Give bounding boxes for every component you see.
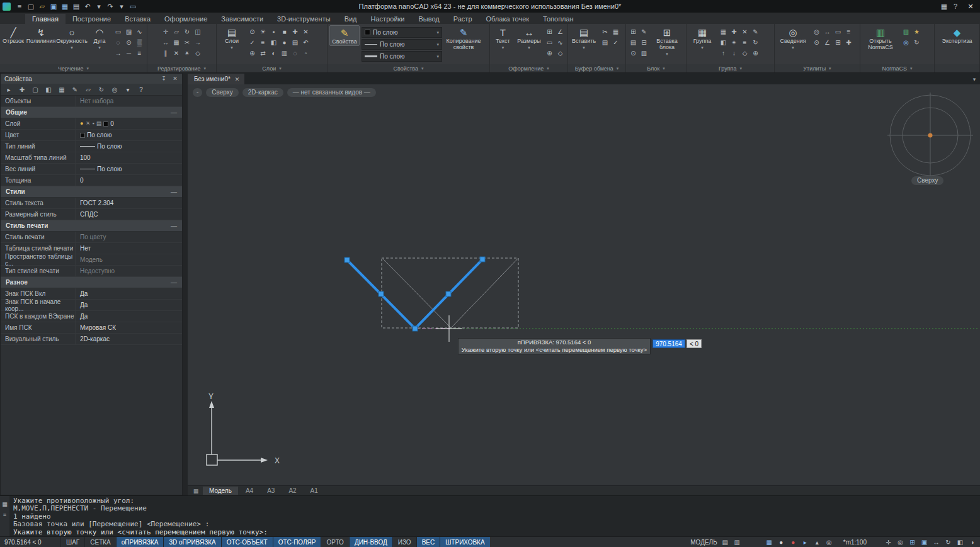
layer-sun-icon[interactable]: ☀: [85, 121, 90, 127]
open-normacs-button[interactable]: ▥ Открыть NormaCS: [862, 25, 899, 51]
viewport-decor-icon[interactable]: ◇: [555, 48, 566, 59]
select-new-icon[interactable]: ▸: [3, 84, 15, 94]
edit-block-icon[interactable]: ✎: [639, 26, 649, 37]
info-button[interactable]: ◎ Сведения ▾: [777, 25, 809, 50]
layer-filter-icon[interactable]: ▫: [300, 48, 311, 59]
copy-clip-icon[interactable]: ▦: [610, 26, 621, 37]
status-toggle-ortho[interactable]: ОРТО: [321, 537, 348, 547]
layer-freeze-icon[interactable]: ☀: [258, 26, 268, 37]
command-input-icon[interactable]: ▦: [1, 500, 9, 508]
erase-icon[interactable]: ✕: [171, 48, 182, 59]
rotate-icon[interactable]: ↻: [182, 26, 193, 37]
recording-icon[interactable]: ●: [788, 538, 799, 547]
group-label-group[interactable]: Группа▾: [687, 64, 774, 72]
explode-icon[interactable]: ✴: [182, 48, 193, 59]
layer-delete-icon[interactable]: ✕: [300, 26, 311, 37]
edit-group-icon[interactable]: ✎: [750, 26, 761, 37]
region-icon[interactable]: ▒: [134, 37, 145, 48]
property-value[interactable]: Нет набора: [76, 96, 182, 106]
expertise-button[interactable]: ◆ Экспертиза: [937, 25, 977, 45]
quick-calc-icon[interactable]: ✚: [843, 37, 854, 48]
ribbon-tab-12[interactable]: Топоплан: [536, 14, 581, 24]
color-combo[interactable]: По слою ▾: [362, 27, 442, 38]
area-icon[interactable]: ▭: [833, 26, 843, 37]
measure-icon[interactable]: ◎: [811, 26, 822, 37]
layout-tab-5[interactable]: А1: [304, 487, 324, 495]
create-group-icon[interactable]: ▦: [718, 26, 729, 37]
status-toggle-osnap[interactable]: оПРИВЯЗКА: [116, 537, 164, 547]
trim-icon[interactable]: ✂: [182, 37, 193, 48]
pan-icon[interactable]: ✛: [883, 538, 894, 547]
edit-props-icon[interactable]: ✎: [69, 84, 81, 94]
select-box-icon[interactable]: ▢: [29, 84, 42, 94]
layout-tab-3[interactable]: А3: [261, 487, 281, 495]
dialog-launcher-icon[interactable]: ▾: [279, 66, 282, 71]
space-indicator[interactable]: МОДЕЛЬ: [688, 537, 719, 547]
status-settings-icon[interactable]: ◑: [967, 538, 977, 547]
property-value[interactable]: 100: [76, 152, 182, 163]
normacs-favorites-icon[interactable]: ★: [911, 26, 922, 37]
property-value[interactable]: Модель: [76, 254, 182, 265]
calculator-icon[interactable]: ⊞: [833, 37, 843, 48]
fillet-icon[interactable]: ◇: [193, 48, 203, 59]
dialog-launcher-icon[interactable]: ▾: [617, 66, 619, 71]
dialog-launcher-icon[interactable]: ▾: [87, 66, 89, 71]
property-value[interactable]: Нет: [76, 243, 182, 254]
dialog-launcher-icon[interactable]: ▾: [829, 66, 831, 71]
command-prompt[interactable]: Укажите вторую точку или <считать переме…: [13, 529, 976, 536]
new-file-icon[interactable]: ▢: [25, 1, 37, 11]
ungroup-icon[interactable]: ✴: [729, 37, 739, 48]
ribbon-tab-6[interactable]: 3D-инструменты: [270, 14, 338, 24]
help-icon[interactable]: ?: [950, 1, 961, 11]
model-space-icon[interactable]: ▤: [720, 538, 731, 547]
layer-plot-icon[interactable]: ▥: [279, 48, 290, 59]
annotation-scale[interactable]: *m1:100: [843, 537, 867, 547]
property-value[interactable]: Да: [76, 311, 182, 322]
collapse-icon[interactable]: —: [171, 222, 177, 229]
rectangle-icon[interactable]: ▭: [113, 26, 123, 37]
layer-lock-icon[interactable]: ▪: [268, 26, 279, 37]
property-value[interactable]: 2D-каркас: [76, 334, 182, 344]
group-label-annotation[interactable]: Оформление▾: [490, 64, 567, 72]
layer-list-icon[interactable]: ≡: [258, 37, 268, 48]
save-block-icon[interactable]: ▥: [639, 48, 649, 59]
command-history[interactable]: Укажите противоположный угол:M,MOVE,П,ПЕ…: [9, 496, 980, 536]
spline-icon[interactable]: ∿: [134, 26, 145, 37]
match-properties-button[interactable]: ✎ Копирование свойств: [444, 25, 483, 51]
layout-space-icon[interactable]: ▥: [732, 538, 743, 547]
status-toggle-otrack-object[interactable]: ОТС-ОБЪЕКТ: [221, 537, 273, 547]
preview-icon[interactable]: ◎: [108, 84, 121, 94]
ellipse-icon[interactable]: ◌: [113, 37, 123, 48]
linetype-combo[interactable]: По слою ▾: [362, 39, 442, 50]
scale-icon[interactable]: ↔: [161, 37, 171, 48]
property-value[interactable]: СПДС: [76, 209, 182, 220]
pickadd-icon[interactable]: ✚: [16, 84, 28, 94]
dialog-launcher-icon[interactable]: ▾: [204, 66, 207, 71]
app-logo-icon[interactable]: [3, 3, 11, 11]
group-label-properties[interactable]: Свойства▾: [328, 64, 489, 72]
layer-color-icon[interactable]: ■: [279, 26, 290, 37]
circle-button[interactable]: ○ Окружность ▾: [57, 25, 86, 50]
cut-icon[interactable]: ✂: [600, 26, 610, 37]
status-toggle-otrack-polar[interactable]: ОТС-ПОЛЯР: [273, 537, 321, 547]
ribbon-tab-3[interactable]: Вставка: [118, 14, 157, 24]
property-value[interactable]: По цвету: [76, 232, 182, 242]
copy-props-icon[interactable]: ▱: [82, 84, 94, 94]
monitor-icon[interactable]: ▭: [127, 1, 139, 11]
ribbon-tab-8[interactable]: Настройки: [364, 14, 412, 24]
layer-on-icon[interactable]: ⊙: [247, 26, 258, 37]
ribbon-tab-10[interactable]: Растр: [447, 14, 479, 24]
graphics-status-icon[interactable]: ▦: [764, 538, 775, 547]
group-label-clipboard[interactable]: Буфер обмена▾: [568, 64, 625, 72]
normacs-document-icon[interactable]: ▥: [901, 26, 911, 37]
dialog-launcher-icon[interactable]: ▾: [663, 66, 665, 71]
ribbon-tab-2[interactable]: Построение: [66, 14, 118, 24]
status-toggle-iso[interactable]: ИЗО: [392, 537, 416, 547]
copy-icon[interactable]: ▱: [171, 26, 182, 37]
move-icon[interactable]: ✛: [161, 26, 171, 37]
ribbon-tab-11[interactable]: Облака точек: [479, 14, 537, 24]
group-isolate-icon[interactable]: ◇: [739, 48, 750, 59]
property-value[interactable]: По слою: [76, 141, 182, 152]
interface-scheme-icon[interactable]: ▦: [938, 1, 950, 11]
help-icon[interactable]: ?: [135, 84, 147, 94]
